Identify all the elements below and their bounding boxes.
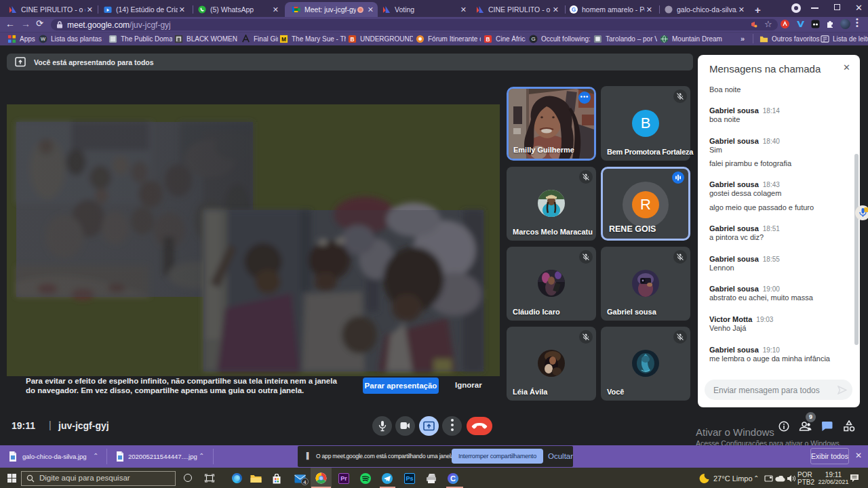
- svg-text:G: G: [572, 6, 576, 13]
- svg-text:B: B: [350, 35, 354, 42]
- svg-text:W: W: [41, 36, 45, 42]
- svg-text:B: B: [486, 35, 490, 42]
- svg-text:M: M: [281, 35, 286, 42]
- svg-text:G: G: [531, 36, 535, 42]
